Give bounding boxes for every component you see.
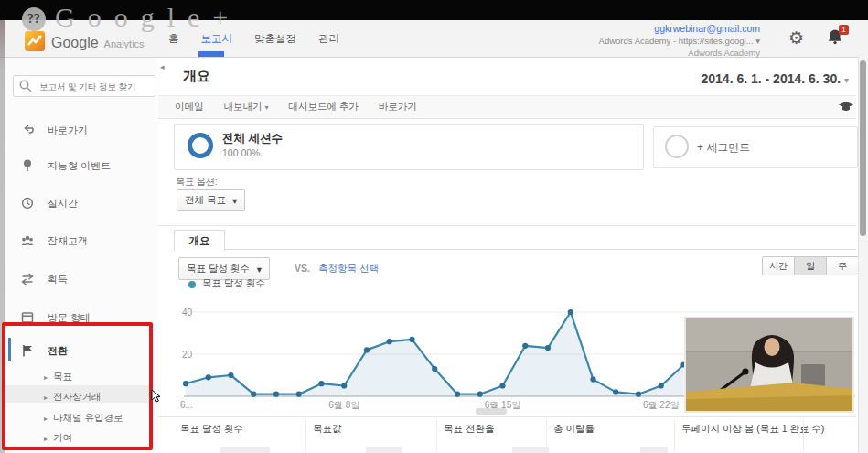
webcam-scene xyxy=(686,318,852,411)
segment-circle-icon xyxy=(665,135,689,158)
sidebar-item-goals[interactable]: ▸ 목표 xyxy=(0,368,157,386)
metric-sparkline-stub xyxy=(366,447,402,453)
triangle-right-icon: ▸ xyxy=(44,435,48,443)
gear-icon[interactable]: ⚙ xyxy=(788,27,804,48)
shortcut-button[interactable]: 바로가기 xyxy=(379,101,417,113)
goal-option-label: 목표 옵션: xyxy=(176,176,218,189)
primary-nav: 홈 보고서 맞춤설정 관리 xyxy=(168,20,339,57)
sidebar-item-shortcuts[interactable]: 바로가기 xyxy=(0,120,157,140)
triangle-right-icon: ▸ xyxy=(44,373,48,382)
sessions-percent: 100.00% xyxy=(222,147,260,158)
sidebar-item-realtime[interactable]: 실시간 xyxy=(0,193,157,213)
active-tab-indicator xyxy=(198,51,224,57)
date-range-picker[interactable]: 2014. 6. 1. - 2014. 6. 30. ▾ xyxy=(640,71,849,86)
search-input[interactable] xyxy=(38,81,149,92)
brand-google: Google xyxy=(51,35,99,51)
legend-dot-icon xyxy=(188,281,196,288)
svg-text:40: 40 xyxy=(182,307,193,318)
svg-text:20: 20 xyxy=(182,350,193,360)
metric-sparkline-stub xyxy=(512,447,549,453)
sidebar-item-ecommerce[interactable]: ▸ 전자상거래 xyxy=(0,388,157,406)
audience-icon xyxy=(20,233,35,248)
panel-border xyxy=(158,416,856,417)
chevron-down-icon: ▾ xyxy=(264,103,268,112)
legend-label: 목표 달성 횟수 xyxy=(202,277,265,290)
granularity-hourly[interactable]: 시간 xyxy=(762,256,795,275)
video-top-bar xyxy=(0,0,868,20)
sidebar-item-attribution[interactable]: ▸ 기여 xyxy=(0,429,157,448)
metric-sparkline-stub xyxy=(640,447,668,453)
goal-select-dropdown[interactable]: 전체 목표▾ xyxy=(177,189,245,211)
segment-label: + 세그먼트 xyxy=(697,140,750,156)
select-metric-link[interactable]: 측정항목 선택 xyxy=(318,263,379,275)
export-button[interactable]: 내보내기 ▾ xyxy=(224,101,269,113)
footer-metric-goal-value[interactable]: 목표값 xyxy=(313,423,342,436)
sidebar-item-conversions[interactable]: 전환 xyxy=(0,340,157,361)
vs-label: VS. xyxy=(295,263,310,274)
sessions-label: 전체 세션수 xyxy=(222,131,283,146)
account-switcher[interactable]: ggkrwebinar@gmail.com Adwords Academy - … xyxy=(599,24,760,58)
tab-reporting[interactable]: 보고서 xyxy=(201,32,233,46)
tab-customization[interactable]: 맞춤설정 xyxy=(254,32,296,46)
svg-text:6월 8일: 6월 8일 xyxy=(328,400,359,410)
panel-border xyxy=(223,249,856,250)
footer-metric-abandonment-rate[interactable]: 총 이탈률 xyxy=(553,423,595,436)
triangle-right-icon: ▸ xyxy=(44,415,48,423)
brand: Google Analytics xyxy=(51,35,145,51)
sidebar-item-intelligence[interactable]: 지능형 이벤트 xyxy=(0,156,157,176)
page-title: 개요 xyxy=(183,68,210,85)
chevron-down-icon: ▾ xyxy=(257,264,262,275)
tab-home[interactable]: 홈 xyxy=(168,32,179,46)
chevron-down-icon[interactable]: ▾ xyxy=(755,36,760,46)
screen: ?? Google+ Google Analytics 홈 보고서 맞춤설정 관… xyxy=(0,0,868,453)
svg-text:6...: 6... xyxy=(180,400,193,410)
granularity-button-group: 시간 일 주 월 xyxy=(762,256,868,275)
flag-icon xyxy=(20,343,35,358)
triangle-right-icon: ▸ xyxy=(44,394,48,402)
overview-panel-tab[interactable]: 개요 xyxy=(174,230,225,251)
footer-metric-goal-completions[interactable]: 목표 달성 횟수 xyxy=(180,423,243,436)
footer-metric-conversion-rate[interactable]: 목표 전환율 xyxy=(444,423,494,436)
chart-drag-handle[interactable] xyxy=(476,408,507,415)
intelligence-icon xyxy=(20,158,35,173)
add-to-dashboard-button[interactable]: 대시보드에 추가 xyxy=(288,101,358,113)
sidebar-item-behavior[interactable]: 방문 형태 xyxy=(0,307,157,328)
sidebar-item-acquisition[interactable]: 획득 xyxy=(0,269,157,289)
account-name: Adwords Academy xyxy=(599,48,760,58)
sidebar-item-audience[interactable]: 잠재고객 xyxy=(0,231,157,251)
chevron-down-icon: ▾ xyxy=(844,75,849,85)
metric-sparkline-stub xyxy=(220,447,270,453)
shortcut-icon xyxy=(20,123,35,137)
realtime-icon xyxy=(20,196,35,210)
education-cap-icon[interactable] xyxy=(838,101,854,113)
notification-badge: 1 xyxy=(839,25,849,35)
vertical-scrollbar-thumb[interactable] xyxy=(860,60,866,236)
brand-analytics: Analytics xyxy=(104,38,145,49)
email-button[interactable]: 이메일 xyxy=(175,101,204,113)
search-icon xyxy=(18,79,33,93)
section-divider xyxy=(158,225,856,226)
granularity-week[interactable]: 주 xyxy=(827,256,859,275)
acquisition-icon xyxy=(20,272,35,286)
sidebar-active-indicator xyxy=(8,338,11,361)
sidebar-search[interactable] xyxy=(13,75,155,97)
chevron-down-icon: ▾ xyxy=(232,195,237,206)
tab-admin[interactable]: 관리 xyxy=(318,32,339,46)
report-toolbar: 이메일 내보내기 ▾ 대시보드에 추가 바로가기 xyxy=(158,95,856,119)
analytics-logo-icon[interactable] xyxy=(25,31,45,51)
sidebar-item-multichannel[interactable]: ▸ 다채널 유입경로 xyxy=(0,409,157,427)
presenter-webcam-video[interactable] xyxy=(684,317,854,413)
presenter-face xyxy=(765,338,780,356)
granularity-day[interactable]: 일 xyxy=(795,256,827,275)
svg-text:6월 22일: 6월 22일 xyxy=(643,400,679,410)
account-property: Adwords Academy - https://sites.googl... xyxy=(599,36,754,46)
sessions-donut-icon xyxy=(188,133,213,158)
account-email[interactable]: ggkrwebinar@gmail.com xyxy=(599,24,760,34)
behavior-icon xyxy=(20,310,35,325)
sidebar-collapse-icon[interactable]: ◂ xyxy=(160,62,165,71)
